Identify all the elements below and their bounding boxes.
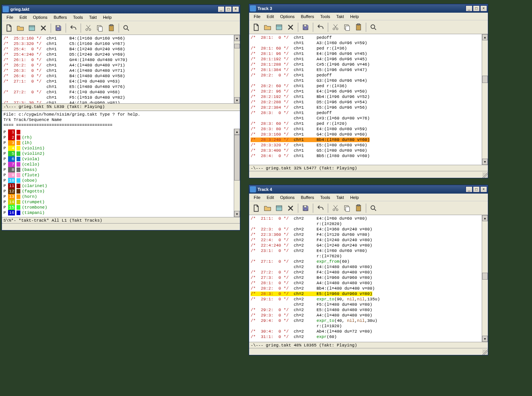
editor-pane[interactable]: /* 21:1: 0 */ ch=2 E4:(l=60 du=60 v=80) …	[249, 215, 482, 342]
scroll-up-arrow[interactable]: ▲	[482, 215, 488, 221]
menu-help[interactable]: Help	[347, 13, 362, 20]
code-line[interactable]: /* 30:4: 0 */ ch=2 Ab4:(l=480 du=72 v=80…	[251, 329, 480, 334]
track-row[interactable]: P15(trombone)	[3, 205, 232, 210]
code-line[interactable]: ch=2 E4:(l=480 du=480 v=80)	[251, 264, 480, 270]
new-file-icon[interactable]	[251, 22, 261, 33]
code-line[interactable]: /* 28:2: 0 */ ch=2 Bb4:(l=480 du=480 v=8…	[251, 286, 480, 291]
search-icon[interactable]	[121, 23, 132, 33]
track-row[interactable]: P6(viola)	[3, 156, 232, 162]
scroll-down-arrow[interactable]: ▼	[482, 159, 488, 165]
code-line[interactable]: /* 28:3:320 */ ch=1 E5:(l=80 du=80 v=60)	[251, 142, 480, 148]
scroll-track[interactable]	[234, 135, 240, 211]
code-line[interactable]: /* 25:4: 0 */ ch=1 B4:(l=240 du=240 v=68…	[3, 46, 232, 52]
code-line[interactable]: /* 28:3:400 */ ch=1 G5:(l=80 du=80 v=60)	[251, 148, 480, 153]
track-row[interactable]: P14(trumpet)	[3, 199, 232, 205]
close-button[interactable]: ×	[232, 6, 239, 12]
save-icon[interactable]	[53, 23, 64, 33]
menu-takt[interactable]: Takt	[333, 194, 347, 200]
track-row[interactable]: P3(lh)	[3, 140, 232, 146]
minimize-button[interactable]: _	[466, 5, 473, 12]
code-line[interactable]: /* 28:1: 0 */ ch=2 A4:(l=480 du=480 v=80…	[251, 280, 480, 286]
resize-grip[interactable]	[482, 172, 488, 178]
scrollbar[interactable]: ▲ ▼	[482, 215, 488, 342]
menu-options[interactable]: Options	[277, 194, 298, 200]
code-line[interactable]: /* 27:1: 0 */ ch=1 E4:(l=0 du=480 v=63)	[3, 79, 232, 84]
code-line[interactable]: /* 28:3: 0 */ ch=1 pedoff	[251, 110, 480, 116]
scroll-thumb[interactable]	[482, 273, 488, 280]
search-icon[interactable]	[368, 203, 379, 214]
close-file-icon[interactable]	[285, 22, 296, 33]
track-row[interactable]: P1	[3, 129, 232, 135]
copy-icon[interactable]	[342, 22, 352, 33]
save-icon[interactable]	[300, 203, 311, 214]
new-file-icon[interactable]	[251, 203, 261, 214]
code-line[interactable]: /* 22:4:240 */ ch=2 G4:(l=240 du=240 v=8…	[251, 243, 480, 248]
paste-icon[interactable]	[353, 22, 364, 33]
menu-options[interactable]: Options	[277, 13, 298, 20]
code-line[interactable]: /* 28:3: 60 */ ch=1 ped r:(l=20)	[251, 121, 480, 126]
titlebar[interactable]: Track 3 _ □ ×	[249, 4, 488, 13]
undo-icon[interactable]	[68, 23, 79, 33]
track-row[interactable]: P5(violin2)	[3, 151, 232, 156]
track-row[interactable]: P8(bass)	[3, 167, 232, 172]
code-line[interactable]: /* 27:2: 0 */ ch=1 F4:(l=0 du=480 v=68)	[3, 89, 232, 95]
minibuffer[interactable]	[2, 223, 240, 230]
code-line[interactable]: /* 28:4: 0 */ ch=1 Bb5:(l=80 du=80 v=60)	[251, 153, 480, 159]
dired-icon[interactable]	[274, 203, 284, 214]
titlebar[interactable]: grieg.takt _ □ ×	[2, 5, 240, 13]
maximize-button[interactable]: □	[473, 186, 480, 192]
dired-icon[interactable]	[274, 22, 284, 33]
menu-file[interactable]: File	[251, 13, 264, 20]
close-button[interactable]: ×	[480, 186, 487, 192]
menu-buffers[interactable]: Buffers	[298, 13, 317, 20]
maximize-button[interactable]: □	[225, 6, 232, 12]
code-line[interactable]: /* 27:1: 0 */ ch=2 expr_from(60)	[251, 259, 480, 264]
scroll-thumb[interactable]	[234, 135, 240, 181]
save-icon[interactable]	[300, 22, 311, 33]
track-row[interactable]: P7(cello)	[3, 162, 232, 167]
code-line[interactable]: /* 28:1:288 */ ch=1 C#5:(l=96 du=96 v=46…	[251, 62, 480, 67]
code-line[interactable]: /* 25:3:320 */ ch=1 C5:(l=160 du=160 v=6…	[3, 41, 232, 46]
titlebar[interactable]: Track 4 _ □ ×	[249, 185, 488, 194]
menu-options[interactable]: Options	[30, 14, 51, 20]
scroll-down-arrow[interactable]: ▼	[234, 211, 240, 217]
code-line[interactable]: r:(l=7620)	[251, 254, 480, 259]
scroll-up-arrow[interactable]: ▲	[482, 34, 488, 40]
code-line[interactable]: /* 22:3: 0 */ ch=2 E4:(l=360 du=240 v=80…	[251, 227, 480, 232]
code-line[interactable]: /* 27:3: 0 */ ch=2 B4:(l=960 du=960 v=80…	[251, 275, 480, 280]
scroll-thumb[interactable]	[482, 76, 488, 83]
cut-icon[interactable]	[330, 22, 341, 33]
menu-edit[interactable]: Edit	[264, 13, 277, 20]
code-line[interactable]: ch=1 G3:(l=60 du=96 v=64)	[251, 78, 480, 83]
track-row[interactable]: P2(rh)	[3, 135, 232, 140]
scroll-up-arrow[interactable]: ▲	[234, 35, 240, 41]
code-line[interactable]: /* 28:2: 60 */ ch=1 ped r:(l=36)	[251, 83, 480, 89]
code-line[interactable]: ch=2 F5:(l=480 du=480 v=80)	[251, 302, 480, 307]
code-line[interactable]: /* 22:3:360 */ ch=2 F4:(l=120 du=60 v=80…	[251, 232, 480, 237]
code-line[interactable]: /* 28:1:384 */ ch=1 E5:(l=96 du=96 v=47)	[251, 67, 480, 73]
track-row[interactable]: P12(fagotto)	[3, 189, 232, 194]
track-row[interactable]: P4(violin1)	[3, 146, 232, 151]
minibuffer[interactable]	[249, 348, 488, 355]
code-line[interactable]: /* 28:2:192 */ ch=1 Bb4:(l=96 du=96 v=52…	[251, 94, 480, 99]
menu-tools[interactable]: Tools	[70, 14, 86, 20]
open-file-icon[interactable]	[15, 23, 26, 33]
scroll-up-arrow[interactable]: ▲	[234, 129, 240, 135]
code-line[interactable]: /* 27:2: 0 */ ch=2 F4:(l=480 du=480 v=80…	[251, 270, 480, 275]
scroll-track[interactable]	[482, 221, 488, 336]
scroll-down-arrow[interactable]: ▼	[482, 336, 488, 342]
code-line[interactable]: ch=1 C#3:(l=60 du=80 v=76)	[251, 116, 480, 121]
cut-icon[interactable]	[83, 23, 94, 33]
cut-icon[interactable]	[330, 203, 341, 214]
dired-icon[interactable]	[26, 23, 37, 33]
code-line[interactable]: /* 28:2:288 */ ch=1 D5:(l=96 du=96 v=54)	[251, 99, 480, 105]
open-file-icon[interactable]	[262, 22, 273, 33]
close-button[interactable]: ×	[480, 5, 487, 12]
resize-grip[interactable]	[482, 350, 488, 355]
menu-buffers[interactable]: Buffers	[51, 14, 70, 20]
code-line[interactable]: ch=1 F5:(l=510 du=480 v=82)	[3, 95, 232, 100]
menu-file[interactable]: File	[251, 194, 264, 200]
close-file-icon[interactable]	[38, 23, 49, 33]
code-line[interactable]: r:(l=2820)	[251, 221, 480, 227]
new-file-icon[interactable]	[3, 23, 14, 33]
